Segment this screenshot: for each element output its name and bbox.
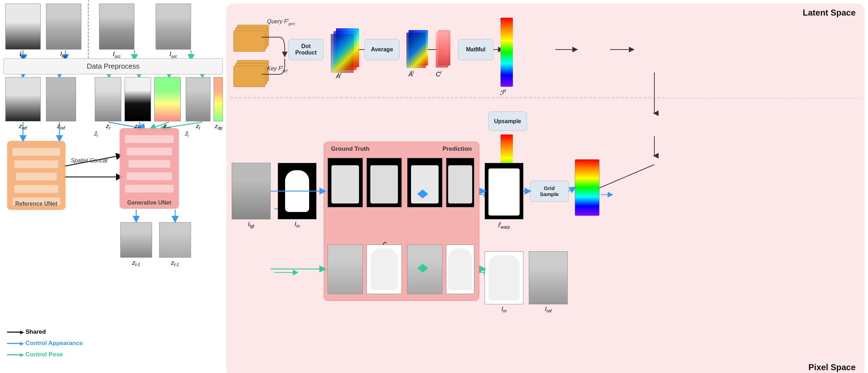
zt1-img (95, 77, 121, 121)
zt-out2-label: zt-1 (159, 259, 191, 267)
zt1-label: zt (95, 123, 121, 131)
right-panel: Latent Space Pixel Space Query Flgen Key… (226, 4, 864, 373)
cl-label: Cl (436, 70, 441, 78)
ref-unet-box: Reference UNet (7, 141, 65, 210)
zref2-label: zref (46, 123, 76, 131)
pred-shirt2-img (446, 158, 474, 207)
zref1-label: zref (5, 123, 41, 131)
zm-img (125, 77, 151, 121)
iref-bottom-img (529, 251, 568, 304)
im2-label: Im (485, 306, 523, 314)
gt-shirt-img (328, 158, 363, 207)
itgt-label: Itgt (232, 221, 271, 229)
left-divider (88, 4, 88, 58)
left-panel: Iref Iref Isrc Isrc Data Preprocess zref… (0, 0, 226, 373)
iref1-label: Iref (5, 51, 41, 59)
gt-person2-img (366, 245, 402, 294)
svg-line-47 (569, 188, 575, 191)
gt-pred-panel: Ground Truth Prediction ℒleffa (324, 142, 479, 301)
ref-unet-label: Reference UNet (7, 201, 65, 207)
isrc2-img (156, 4, 191, 50)
blue-arrow-icon (7, 343, 21, 344)
latent-space-label: Latent Space (803, 8, 856, 18)
zt-out2-img (159, 222, 191, 258)
al-label: Al (336, 72, 341, 80)
dot-product-label: DotProduct (295, 43, 317, 56)
heatmap-ahatl (405, 30, 428, 69)
zdp-img (214, 77, 223, 121)
grid-sample-box: GridSample (530, 180, 569, 202)
legend-pose: Control Pose (7, 351, 83, 358)
iref2-label: Iref (46, 51, 81, 59)
zt2-img (186, 77, 210, 121)
iref-bottom-label: Iref (529, 306, 568, 314)
pred-person1-img (407, 245, 442, 294)
matmul-box: MatMul (458, 39, 493, 60)
heatmap-al (331, 28, 357, 71)
fl-label: ℱl (500, 88, 506, 97)
spatial-concat-label: Spatial Concat (71, 157, 108, 164)
im2-img (485, 251, 523, 304)
black-arrow-icon (7, 332, 21, 333)
preprocess-box: Data Preprocess (4, 58, 223, 74)
iwarp-label: Ilwarp (485, 221, 523, 230)
itgt-img (232, 163, 271, 219)
im1-img (278, 163, 317, 219)
warp-shirt-img (485, 163, 523, 219)
key-stack (233, 60, 269, 88)
query-stack (233, 25, 269, 53)
main-container: Iref Iref Isrc Isrc Data Preprocess zref… (0, 0, 868, 373)
legend: Shared Control Appearance Control Pose (7, 328, 83, 362)
zt2-label: zt (186, 123, 210, 131)
zdp-label: zdp (212, 123, 226, 131)
legend-appearance-label: Control Appearance (25, 340, 83, 347)
fl-gradient (500, 18, 513, 87)
dot-product-box: DotProduct (288, 39, 324, 60)
isrc1-img (99, 4, 134, 50)
preprocess-label: Data Preprocess (87, 62, 140, 70)
zhat-t1-label: ẑt (94, 130, 98, 138)
legend-shared: Shared (7, 328, 83, 335)
zhat-t2-label: ẑt (185, 130, 189, 138)
im1-label: Im (278, 221, 317, 229)
iref2-img (46, 4, 81, 50)
pred-person2-img (446, 245, 474, 294)
grid-out-img (575, 159, 600, 216)
prediction-title: Prediction (442, 145, 472, 153)
iref1-img (5, 4, 41, 50)
isrc2-label: Isrc (156, 51, 191, 59)
zref1-img (5, 77, 41, 121)
gt-person1-img (328, 245, 363, 294)
h-divider (230, 98, 861, 99)
green-arrow-icon (7, 354, 21, 355)
legend-shared-label: Shared (25, 328, 46, 335)
zt-out1-img (120, 222, 152, 258)
gen-unet-label: Generative UNet (120, 200, 179, 206)
average-box: Average (364, 39, 400, 60)
legend-appearance: Control Appearance (7, 340, 83, 347)
legend-pose-label: Control Pose (25, 351, 63, 358)
gt-shirt2-img (366, 158, 402, 207)
average-label: Average (371, 46, 393, 53)
upsample-label: Upsample (494, 118, 521, 125)
ahat-label: Âl (409, 70, 414, 78)
isrc1-label: Isrc (99, 51, 134, 59)
zref2-img (46, 77, 76, 121)
matmul-label: MatMul (466, 46, 485, 53)
ground-truth-title: Ground Truth (331, 145, 370, 153)
zga-img (154, 77, 181, 121)
zt-out1-label: zt-1 (120, 259, 152, 267)
pixel-space-label: Pixel Space (809, 362, 856, 372)
upsample-box: Upsample (488, 111, 527, 131)
grid-sample-label: GridSample (540, 185, 559, 197)
query-label: Query Flgen (267, 18, 295, 26)
cl-box (435, 30, 449, 69)
gen-unet-box: Generative UNet (120, 128, 179, 209)
pred-shirt1-img (407, 158, 442, 207)
key-label: Key Flref (267, 65, 287, 73)
